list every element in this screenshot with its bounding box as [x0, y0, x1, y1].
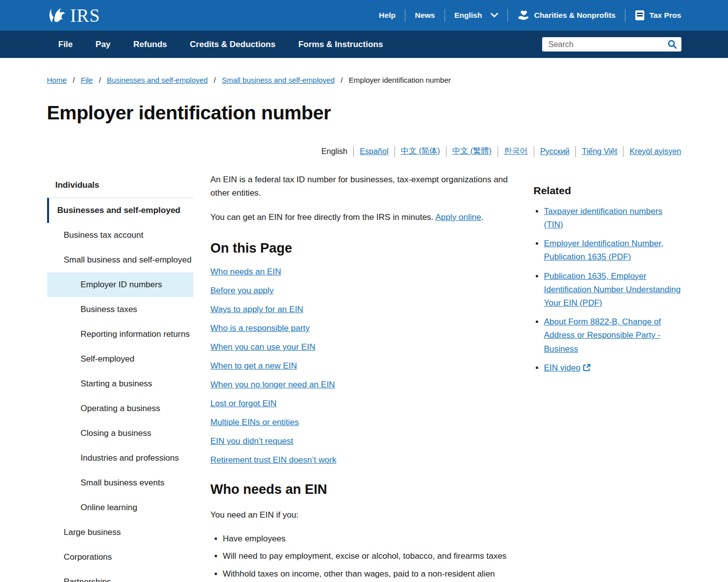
language-menu-label: English — [454, 11, 482, 20]
sidebar-item-individuals[interactable]: Individuals — [47, 173, 193, 198]
irs-eagle-icon — [47, 4, 69, 26]
language-link-zh-hans[interactable]: 中文 (简体) — [401, 146, 440, 157]
sidebar-item-small-business-events[interactable]: Small business events — [47, 471, 193, 495]
sidebar-item-self-employed[interactable]: Self-employed — [47, 347, 193, 371]
intro-paragraph-2: You can get an EIN for free directly fro… — [211, 211, 516, 224]
list-item: About Form 8822-B, Change of Address or … — [544, 315, 681, 356]
intro-2-text: You can get an EIN for free directly fro… — [211, 212, 436, 222]
search-box — [542, 37, 681, 52]
language-link-korean[interactable]: 한국어 — [504, 146, 528, 157]
toc-link-before-you-apply[interactable]: Before you apply — [211, 286, 516, 296]
breadcrumb-businesses[interactable]: Businesses and self-employed — [107, 76, 208, 84]
charities-link[interactable]: Charities & Nonprofits — [517, 10, 616, 21]
related-link-tin[interactable]: Taxpayer identification numbers (TIN) — [544, 207, 663, 229]
breadcrumb-current: Employer identification number — [349, 76, 451, 84]
sidebar-nav: Individuals Businesses and self-employed… — [47, 173, 193, 582]
nav-item-file[interactable]: File — [58, 40, 73, 50]
related-rail: Related Taxpayer identification numbers … — [534, 173, 681, 582]
language-link-russian[interactable]: Русский — [540, 147, 569, 156]
toc-link-lost-or-forgot[interactable]: Lost or forgot EIN — [211, 399, 516, 409]
related-link-pub-1635[interactable]: Employer Identification Number, Publicat… — [544, 239, 664, 262]
breadcrumb: Home / File / Businesses and self-employ… — [47, 76, 681, 84]
divider — [405, 9, 405, 22]
related-heading: Related — [534, 185, 681, 197]
divider — [498, 146, 498, 157]
list-item: Have employees — [223, 532, 516, 545]
nav-item-forms-instructions[interactable]: Forms & Instructions — [298, 40, 383, 50]
nav-item-credits-deductions[interactable]: Credits & Deductions — [190, 40, 276, 50]
breadcrumb-separator: / — [340, 76, 342, 84]
divider — [575, 146, 576, 157]
breadcrumb-file[interactable]: File — [81, 76, 93, 84]
divider — [534, 146, 534, 157]
sidebar-item-closing-a-business[interactable]: Closing a business — [47, 421, 193, 446]
list-item: Withhold taxes on income, other than wag… — [223, 568, 516, 581]
sidebar-item-business-taxes[interactable]: Business taxes — [47, 297, 193, 322]
sidebar-item-employer-id-numbers[interactable]: Employer ID numbers — [47, 272, 193, 297]
related-link-form-8822b[interactable]: About Form 8822-B, Change of Address or … — [544, 317, 661, 353]
list-item: Employer Identification Number, Publicat… — [544, 237, 681, 264]
language-link-espanol[interactable]: Español — [360, 147, 389, 156]
who-needs-list: Have employees Will need to pay employme… — [211, 532, 516, 581]
language-link-zh-hant[interactable]: 中文 (繁體) — [452, 146, 492, 157]
toc-link-multiple-eins[interactable]: Multiple EINs or entities — [211, 418, 516, 427]
who-needs-lead: You need an EIN if you: — [211, 508, 516, 522]
language-link-vietnamese[interactable]: Tiếng Việt — [582, 147, 617, 156]
toc-link-no-longer-need[interactable]: When you no longer need an EIN — [211, 380, 516, 390]
divider — [625, 9, 625, 22]
help-label: Help — [379, 11, 396, 20]
page-title: Employer identification number — [47, 102, 681, 124]
toc-link-ein-didnt-request[interactable]: EIN you didn’t request — [211, 436, 516, 446]
search-input[interactable] — [548, 40, 668, 50]
intro-paragraph-1: An EIN is a federal tax ID number for bu… — [211, 173, 516, 200]
language-link-haitian[interactable]: Kreyòl ayisyen — [629, 147, 681, 156]
search-button[interactable] — [668, 40, 677, 49]
breadcrumb-small-business[interactable]: Small business and self-employed — [222, 76, 335, 84]
apply-online-link[interactable]: Apply online — [435, 212, 481, 222]
sidebar-item-industries-and-professions[interactable]: Industries and professions — [47, 446, 193, 471]
language-menu[interactable]: English — [454, 11, 498, 20]
utility-nav: Help News English Charities & Nonprofits — [379, 9, 681, 22]
toc-link-who-needs[interactable]: Who needs an EIN — [211, 267, 516, 277]
on-this-page-heading: On this Page — [211, 241, 516, 256]
help-link[interactable]: Help — [379, 11, 396, 20]
sidebar-item-reporting-information-returns[interactable]: Reporting information returns — [47, 322, 193, 347]
sidebar-item-business-tax-account[interactable]: Business tax account — [47, 223, 193, 248]
sidebar-item-corporations[interactable]: Corporations — [47, 545, 193, 570]
sidebar-item-businesses-self-employed[interactable]: Businesses and self-employed — [47, 198, 193, 223]
toc-link-ways-to-apply[interactable]: Ways to apply for an EIN — [211, 305, 516, 315]
who-needs-heading: Who needs an EIN — [211, 482, 516, 497]
toc-link-retirement-trust[interactable]: Retirement trust EIN doesn’t work — [211, 455, 516, 465]
main-content: An EIN is a federal tax ID number for bu… — [211, 173, 516, 582]
divider — [446, 146, 447, 157]
nav-item-refunds[interactable]: Refunds — [133, 40, 167, 50]
top-utility-bar: IRS Help News English Ch — [0, 0, 728, 31]
toc-link-when-use-ein[interactable]: When you can use your EIN — [211, 342, 516, 352]
toc-link-responsible-party[interactable]: Who is a responsible party — [211, 323, 516, 333]
list-item: Publication 1635, Employer Identificatio… — [544, 269, 681, 310]
sidebar-item-online-learning[interactable]: Online learning — [47, 495, 193, 520]
primary-nav-bar: File Pay Refunds Credits & Deductions Fo… — [0, 31, 728, 58]
sidebar-item-operating-a-business[interactable]: Operating a business — [47, 396, 193, 421]
sidebar-item-starting-a-business[interactable]: Starting a business — [47, 371, 193, 396]
tax-pros-link[interactable]: Tax Pros — [635, 10, 681, 21]
hand-heart-icon — [517, 10, 530, 21]
chevron-down-icon — [491, 11, 498, 20]
news-link[interactable]: News — [415, 11, 435, 20]
related-link-ein-video[interactable]: EIN video — [544, 363, 581, 372]
divider — [445, 9, 445, 22]
divider — [507, 9, 508, 22]
breadcrumb-home[interactable]: Home — [47, 76, 67, 84]
ein-video-label: EIN video — [544, 363, 581, 372]
irs-logo[interactable]: IRS — [47, 4, 101, 26]
related-list: Taxpayer identification numbers (TIN) Em… — [534, 205, 681, 375]
list-item: Taxpayer identification numbers (TIN) — [544, 205, 681, 231]
toc-link-when-new-ein[interactable]: When to get a new EIN — [211, 361, 516, 371]
sidebar-item-large-business[interactable]: Large business — [47, 520, 193, 545]
related-link-pub-1635-understanding[interactable]: Publication 1635, Employer Identificatio… — [544, 271, 681, 308]
on-this-page-toc: Who needs an EIN Before you apply Ways t… — [211, 267, 516, 465]
divider — [353, 146, 354, 157]
sidebar-item-small-business[interactable]: Small business and self-employed — [47, 248, 193, 272]
sidebar-item-partnerships[interactable]: Partnerships — [47, 570, 193, 582]
nav-item-pay[interactable]: Pay — [96, 40, 111, 50]
